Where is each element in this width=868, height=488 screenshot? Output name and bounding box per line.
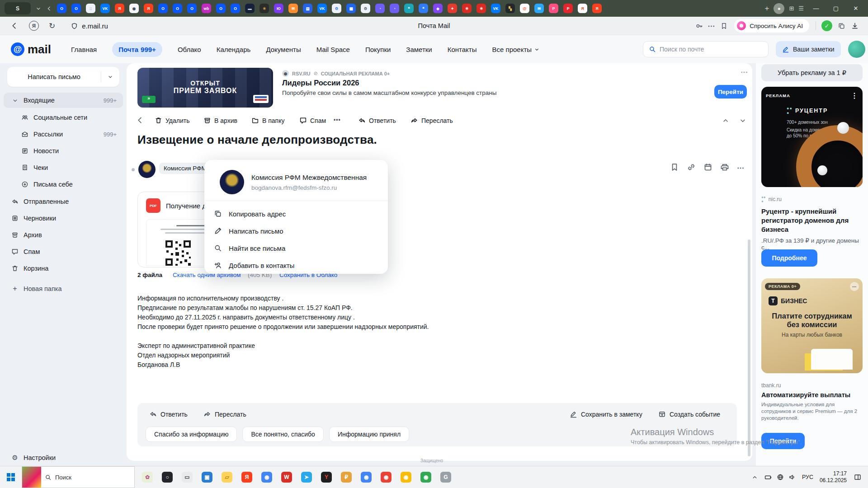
window-minimize-button[interactable]: — [808, 5, 824, 12]
taskbar-app-icon[interactable]: ▭ [182, 472, 193, 483]
quick-reply-button[interactable]: Информацию принял [329, 427, 409, 442]
compose-dropdown-chevron[interactable] [101, 74, 119, 80]
pinned-tab-favicon[interactable]: :: [86, 4, 95, 13]
nav-documents[interactable]: Документы [266, 46, 301, 53]
volume-icon[interactable] [788, 474, 796, 481]
sidebar-item-news[interactable]: Новости [4, 143, 123, 159]
pinned-tab-favicon[interactable]: ✉ [534, 4, 544, 13]
sidebar-item-spam[interactable]: Спам [4, 244, 123, 259]
pinned-tab-favicon[interactable]: O [216, 4, 226, 13]
ad1-title[interactable]: Руцентр - крупнейший регистратор доменов… [761, 207, 857, 234]
yandex-start-icon[interactable]: Я [29, 21, 39, 31]
sidebar-item-archive[interactable]: Архив [4, 227, 123, 243]
ad1-more-icon[interactable]: ⋮ [851, 91, 858, 100]
battery-icon[interactable] [764, 474, 772, 481]
site-shield-icon[interactable] [71, 22, 78, 30]
taskbar-app-icon[interactable]: ○ [162, 472, 173, 483]
new-folder-button[interactable]: + Новая папка [4, 281, 123, 296]
browser-menu-icon[interactable]: ☰ [798, 5, 804, 12]
quick-reply-button[interactable]: Спасибо за информацию [146, 427, 237, 442]
pinned-tab-favicon[interactable]: Я [115, 4, 124, 13]
ad1-cta-button[interactable]: Подробнее [761, 249, 817, 267]
pinned-tab-favicon[interactable]: ⚙ [361, 4, 370, 13]
bookmark-icon[interactable] [670, 163, 679, 172]
nav-mail-space[interactable]: Mail Space [316, 46, 350, 53]
window-maximize-button[interactable]: ▢ [828, 5, 844, 12]
toolbar-spam-button[interactable]: Спам [299, 117, 326, 124]
active-tab[interactable]: S [5, 2, 31, 14]
downloads-icon[interactable] [851, 22, 859, 30]
taskbar-app-icon[interactable]: W [281, 472, 292, 483]
taskbar-app-icon[interactable]: ◉ [401, 472, 411, 483]
toolbar-reply-button[interactable]: Ответить [358, 117, 396, 124]
sender-name-chip[interactable]: Комиссия РФМ [159, 163, 211, 174]
footer-forward-button[interactable]: Переслать [203, 410, 246, 418]
sender-avatar[interactable] [138, 161, 156, 178]
nav-all-projects[interactable]: Все проекты [492, 46, 540, 53]
nav-home[interactable]: Главная [71, 46, 97, 53]
taskbar-app-icon[interactable]: ▱ [222, 472, 232, 483]
taskbar-app-icon[interactable]: ◉ [361, 472, 372, 483]
menu-item-add-to-contacts[interactable]: Добавить в контакты [213, 257, 379, 274]
toolbar-move-to-folder-button[interactable]: В папку [251, 117, 284, 124]
settings-button[interactable]: ⚙ Настройки [4, 450, 123, 465]
browser-profile-avatar[interactable]: ● [774, 3, 784, 14]
nav-shopping[interactable]: Покупки [365, 46, 391, 53]
pinned-tab-favicon[interactable]: VK [100, 4, 110, 13]
pinned-tab-favicon[interactable]: VK [491, 4, 500, 13]
pinned-tab-favicon[interactable]: ◔ [390, 4, 399, 13]
previous-message-icon[interactable] [722, 117, 730, 125]
pinned-tab-favicon[interactable]: VK [317, 4, 327, 13]
compose-button[interactable]: Написать письмо [7, 67, 119, 87]
extension-icon[interactable] [838, 22, 845, 30]
menu-item-find-all-letters[interactable]: Найти все письма [213, 239, 379, 257]
pinned-tab-favicon[interactable]: ▚ [505, 4, 515, 13]
window-close-button[interactable]: ✕ [848, 5, 863, 12]
pinned-tab-favicon[interactable]: O [71, 4, 81, 13]
calendar-icon[interactable] [703, 163, 712, 172]
pinned-tab-favicon[interactable]: O [173, 4, 182, 13]
taskbar-app-icon[interactable]: ◉ [381, 472, 392, 483]
ad2-domain[interactable]: tbank.ru [761, 382, 781, 389]
create-event-button[interactable]: Создать событие [658, 410, 720, 418]
your-notes-button[interactable]: Ваши заметки [776, 41, 841, 57]
pinned-tab-favicon[interactable]: @ [520, 4, 529, 13]
sidebar-item-letters-to-self[interactable]: Письма себе [4, 177, 123, 192]
footer-reply-button[interactable]: Ответить [149, 410, 188, 418]
pinned-tab-favicon[interactable]: ◉ [129, 4, 139, 13]
nav-mail[interactable]: Почта 999+ [112, 42, 162, 57]
remove-ads-button[interactable]: Убрать рекламу за 1 ₽ [761, 64, 863, 81]
nav-cloud[interactable]: Облако [178, 46, 201, 53]
clock[interactable]: 17:17 06.12.2025 [820, 470, 847, 484]
link-icon[interactable] [687, 163, 696, 172]
pinned-tab-favicon[interactable]: O [158, 4, 168, 13]
taskbar-app-icon[interactable]: ▣ [202, 472, 212, 483]
pinned-tab-favicon[interactable]: O [231, 4, 240, 13]
bookmark-icon[interactable] [720, 22, 728, 30]
pinned-tab-favicon[interactable]: ◔ [375, 4, 385, 13]
sidebar-item-receipts[interactable]: Чеки [4, 160, 123, 175]
ask-alice-button[interactable]: Спросить Алису AI [734, 19, 809, 33]
menu-item-write-letter[interactable]: Написать письмо [213, 222, 379, 239]
pinned-tab-favicon[interactable]: ✳ [462, 4, 472, 13]
address-url[interactable]: e.mail.ru [82, 22, 108, 30]
taskbar-app-icon[interactable]: ◉ [261, 472, 272, 483]
pinned-tab-favicon[interactable]: ✉ [288, 4, 298, 13]
back-to-list-icon[interactable] [136, 116, 145, 125]
pinned-tab-favicon[interactable]: ✦ [448, 4, 457, 13]
pinned-tab-favicon[interactable]: ⚙ [332, 4, 341, 13]
pinned-tab-favicon[interactable]: O [187, 4, 197, 13]
save-to-note-button[interactable]: Сохранить в заметку [570, 410, 642, 418]
nav-notes[interactable]: Заметки [406, 46, 432, 53]
notification-center-icon[interactable] [854, 474, 862, 481]
sidebar-item-trash[interactable]: Корзина [4, 261, 123, 276]
user-avatar[interactable] [848, 41, 865, 58]
pinned-tab-favicon[interactable]: ▤ [303, 4, 312, 13]
print-icon[interactable] [720, 163, 729, 172]
message-more-icon[interactable]: ⋯ [737, 164, 745, 172]
network-icon[interactable] [777, 474, 784, 481]
start-button[interactable] [0, 473, 22, 481]
language-indicator[interactable]: РУС [802, 474, 813, 480]
protect-check-icon[interactable]: ✓ [821, 20, 832, 31]
taskbar-app-icon[interactable]: ₽ [341, 472, 352, 483]
